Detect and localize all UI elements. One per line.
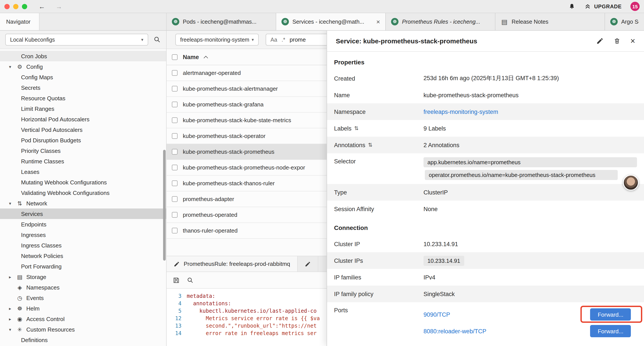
minimize-window-button[interactable]	[13, 4, 18, 9]
sidebar-item-limit-ranges[interactable]: Limit Ranges	[0, 103, 166, 114]
port-link[interactable]: 9090/TCP	[424, 311, 450, 318]
sidebar-item-validating-webhook-configurations[interactable]: Validating Webhook Configurations	[0, 187, 166, 198]
sidebar-item-events[interactable]: ◷Events	[0, 293, 166, 303]
sidebar-item-helm[interactable]: ▸☸Helm	[0, 303, 166, 314]
sidebar-item-ingresses[interactable]: Ingresses	[0, 230, 166, 240]
sort-ascending-icon[interactable]	[204, 56, 208, 60]
sidebar-item-port-forwarding[interactable]: Port Forwarding	[0, 261, 166, 272]
sidebar-item-ingress-classes[interactable]: Ingress Classes	[0, 240, 166, 251]
tab-prometheus-rules-icecheng[interactable]: ☸Prometheus Rules - icecheng...	[386, 13, 496, 30]
value-chip: 10.233.14.91	[424, 256, 464, 266]
detail-value: 2 Annotations	[424, 142, 637, 148]
navigator-header-zone: Navigator	[0, 13, 166, 30]
resource-name: thanos-ruler-operated	[183, 227, 238, 234]
delete-icon[interactable]	[613, 37, 621, 45]
edit-icon[interactable]	[596, 37, 604, 45]
notifications-bell-icon[interactable]	[568, 3, 576, 10]
sidebar-search-icon[interactable]	[154, 36, 161, 43]
forward-button[interactable]: Forward...	[590, 325, 631, 337]
sidebar-item-runtime-classes[interactable]: Runtime Classes	[0, 156, 166, 166]
sidebar-item-config-maps[interactable]: Config Maps	[0, 72, 166, 82]
match-case-toggle[interactable]: Aa	[270, 36, 277, 43]
kubernetes-icon: ☸	[172, 18, 179, 25]
namespace-select[interactable]: freeleaps-monitoring-system ▾	[175, 34, 259, 45]
row-checkbox[interactable]	[172, 228, 178, 233]
row-checkbox[interactable]	[172, 180, 178, 186]
detail-value: freeleaps-monitoring-system	[424, 108, 637, 115]
tab-argo-se[interactable]: ☸Argo Se	[605, 13, 644, 30]
forward-icon[interactable]: →	[56, 3, 62, 10]
tab-pods-icecheng-mathmas[interactable]: ☸Pods - icecheng@mathmas...	[166, 13, 276, 30]
row-checkbox[interactable]	[172, 117, 178, 123]
sidebar-item-label: Horizontal Pod Autoscalers	[21, 116, 90, 122]
upgrade-button[interactable]: UPGRADE	[584, 3, 622, 10]
sidebar-item-storage[interactable]: ▸▤Storage	[0, 272, 166, 282]
sidebar-item-horizontal-pod-autoscalers[interactable]: Horizontal Pod Autoscalers	[0, 114, 166, 124]
sidebar-item-vertical-pod-autoscalers[interactable]: Vertical Pod Autoscalers	[0, 124, 166, 135]
row-checkbox[interactable]	[172, 212, 178, 218]
close-icon[interactable]: ×	[630, 36, 635, 46]
close-window-button[interactable]	[4, 4, 10, 9]
sidebar-item-config[interactable]: ▾⚙Config	[0, 61, 166, 72]
select-all-checkbox[interactable]	[172, 54, 178, 60]
sidebar-item-definitions[interactable]: Definitions	[0, 335, 166, 345]
detail-label: IP family policy	[334, 291, 424, 297]
sidebar-item-secrets[interactable]: Secrets	[0, 82, 166, 93]
tab-release-notes[interactable]: ▤Release Notes	[496, 13, 605, 30]
sidebar-item-priority-classes[interactable]: Priority Classes	[0, 145, 166, 156]
sidebar-item-cron-jobs[interactable]: Cron Jobs	[0, 51, 166, 61]
row-checkbox[interactable]	[172, 196, 178, 202]
sidebar-item-services[interactable]: Services	[0, 209, 166, 219]
titlebar-right: UPGRADE 15	[568, 2, 640, 11]
row-checkbox[interactable]	[172, 149, 178, 155]
events-icon: ◷	[16, 295, 24, 301]
chevron-down-icon[interactable]: ▾	[7, 201, 13, 206]
sidebar-item-leases[interactable]: Leases	[0, 166, 166, 177]
save-icon[interactable]	[173, 277, 180, 284]
chevron-down-icon[interactable]: ▾	[7, 327, 13, 332]
kubernetes-icon: ☸	[391, 18, 398, 25]
dock-tab-prometheusrule[interactable]: PrometheusRule: freeleaps-prod-rabbitmq	[166, 256, 298, 272]
sidebar-item-network[interactable]: ▾⇅Network	[0, 198, 166, 209]
close-tab-icon[interactable]: ×	[376, 18, 380, 25]
back-icon[interactable]: ←	[38, 3, 45, 10]
sidebar-item-network-policies[interactable]: Network Policies	[0, 251, 166, 261]
dock-tab-partial[interactable]	[298, 256, 318, 272]
sidebar-item-resource-quotas[interactable]: Resource Quotas	[0, 93, 166, 103]
sidebar-item-namespaces[interactable]: ◈Namespaces	[0, 282, 166, 293]
row-checkbox[interactable]	[172, 102, 178, 107]
sidebar-item-label: Config	[26, 63, 43, 70]
assistant-avatar[interactable]	[623, 175, 639, 191]
sidebar-item-custom-resources[interactable]: ▾✳Custom Resources	[0, 324, 166, 335]
sidebar-item-mutating-webhook-configurations[interactable]: Mutating Webhook Configurations	[0, 177, 166, 187]
search-icon[interactable]	[187, 277, 194, 284]
navigator-tab[interactable]: Navigator	[0, 13, 40, 30]
row-checkbox[interactable]	[172, 70, 178, 76]
sidebar-scrollbar[interactable]	[163, 150, 166, 261]
selector-chip: app.kubernetes.io/name=prometheus	[424, 157, 637, 167]
forward-button[interactable]: Forward...	[590, 308, 631, 321]
name-column-header[interactable]: Name	[183, 54, 199, 60]
notification-count-badge[interactable]: 15	[630, 2, 640, 11]
row-checkbox[interactable]	[172, 165, 178, 170]
chevron-right-icon[interactable]: ▸	[7, 306, 13, 311]
sidebar-item-access-control[interactable]: ▸◉Access Control	[0, 314, 166, 324]
chevron-right-icon[interactable]: ▸	[7, 274, 13, 279]
row-checkbox[interactable]	[172, 133, 178, 139]
sidebar-item-pod-disruption-budgets[interactable]: Pod Disruption Budgets	[0, 135, 166, 145]
tab-bar: Navigator ☸Pods - icecheng@mathmas...☸Se…	[0, 13, 644, 31]
sort-toggle-icon[interactable]: ⇅	[368, 142, 372, 148]
chevron-right-icon[interactable]: ▸	[7, 317, 13, 321]
namespace-link[interactable]: freeleaps-monitoring-system	[424, 108, 498, 115]
kubeconfig-select[interactable]: Local Kubeconfigs ▾	[5, 34, 148, 45]
chevron-down-icon[interactable]: ▾	[7, 64, 13, 69]
code-text: kubectl.kubernetes.io/last-applied-co	[187, 308, 316, 315]
zoom-window-button[interactable]	[22, 4, 27, 9]
port-link[interactable]: 8080:reloader-web/TCP	[424, 328, 486, 335]
sidebar-item-endpoints[interactable]: Endpoints	[0, 219, 166, 230]
sidebar-item-label: Mutating Webhook Configurations	[21, 179, 107, 185]
tab-services-icecheng-math[interactable]: ☸Services - icecheng@math...×	[276, 13, 386, 30]
regex-toggle[interactable]: .*	[282, 36, 286, 43]
row-checkbox[interactable]	[172, 86, 178, 91]
sort-toggle-icon[interactable]: ⇅	[354, 125, 358, 131]
